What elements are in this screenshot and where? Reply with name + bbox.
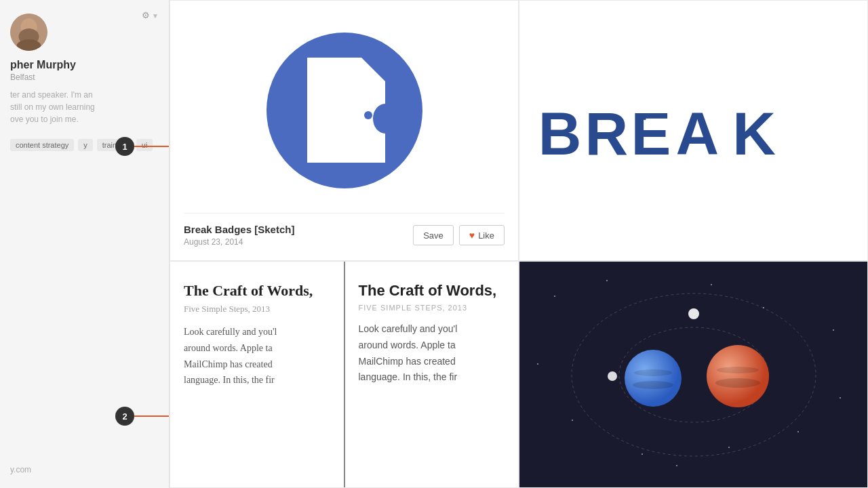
annotation-2-arrow (134, 415, 170, 417)
sidebar: ⚙ ▼ pher Murphy Belfast ter and speaker.… (0, 0, 170, 488)
svg-point-18 (715, 378, 760, 388)
craft-body-sans: Look carefully and you'laround words. Ap… (359, 321, 505, 386)
gear-icon: ⚙ (142, 10, 150, 21)
craft-title-serif: The Craft of Words, (184, 282, 330, 300)
tag-list: content strategy y training ui (10, 139, 159, 151)
svg-text:B: B (538, 100, 586, 163)
badge-circle (267, 33, 422, 188)
svg-point-20 (688, 308, 699, 319)
heart-icon: ♥ (469, 230, 475, 241)
star (554, 296, 555, 297)
annotation-1-arrow (134, 146, 170, 147)
like-button[interactable]: ♥ Like (459, 225, 505, 245)
card-footer: Break Badges [Sketch] August 23, 2014 Sa… (184, 213, 505, 247)
space-background (519, 262, 867, 487)
star (606, 280, 608, 281)
user-location: Belfast (10, 73, 159, 82)
star (763, 307, 764, 308)
star (537, 363, 538, 365)
svg-text:E: E (631, 100, 675, 163)
card-break-badges: Break Badges [Sketch] August 23, 2014 Sa… (170, 0, 519, 261)
svg-point-15 (633, 381, 673, 389)
svg-point-14 (625, 350, 682, 407)
craft-sans-col: The Craft of Words, FIVE SIMPLE STEPS, 2… (345, 262, 519, 487)
svg-point-16 (634, 369, 672, 376)
card-actions: Save ♥ Like (413, 225, 505, 245)
annotation-2: 2 (115, 407, 134, 426)
main-content: Break Badges [Sketch] August 23, 2014 Sa… (170, 0, 868, 488)
star (840, 397, 841, 399)
user-bio: ter and speaker. I'm anstill on my own l… (10, 89, 159, 125)
craft-body-serif: Look carefully and you'laround words. Ap… (184, 324, 330, 388)
user-profile-header (10, 14, 159, 51)
annotation-1-label: 1 (122, 142, 127, 152)
card-break-typography: B R E A K (519, 0, 868, 261)
user-name: pher Murphy (10, 59, 159, 71)
star (833, 329, 834, 331)
card-space-planets (519, 261, 868, 488)
star (642, 453, 643, 455)
annotation-2-label: 2 (122, 411, 127, 422)
content-grid: Break Badges [Sketch] August 23, 2014 Sa… (170, 0, 868, 488)
svg-point-17 (707, 345, 769, 407)
save-button[interactable]: Save (413, 225, 454, 245)
user-email: y.com (10, 465, 31, 474)
svg-rect-9 (646, 119, 673, 129)
annotation-1: 1 (115, 137, 134, 156)
star (676, 465, 677, 466)
break-word: B R E A K (538, 98, 850, 163)
tag-item[interactable]: content strategy (10, 139, 74, 151)
svg-text:R: R (585, 100, 633, 163)
svg-point-21 (608, 371, 617, 381)
gear-dropdown-arrow: ▼ (152, 12, 159, 20)
gear-settings-button[interactable]: ⚙ ▼ (142, 10, 159, 21)
badge-image (184, 21, 505, 213)
card-craft-of-words: The Craft of Words, Five Simple Steps, 2… (170, 261, 519, 488)
svg-text:A: A (675, 100, 724, 163)
like-label: Like (478, 230, 494, 241)
svg-text:K: K (732, 100, 781, 163)
card-title: Break Badges [Sketch] (184, 224, 294, 235)
tag-item[interactable]: y (78, 139, 93, 151)
craft-sub-serif: Five Simple Steps, 2013 (184, 304, 330, 314)
svg-point-5 (364, 111, 372, 119)
avatar (10, 14, 47, 51)
craft-serif-col: The Craft of Words, Five Simple Steps, 2… (170, 262, 345, 487)
svg-point-19 (717, 367, 759, 373)
card-date: August 23, 2014 (184, 237, 294, 247)
tag-item[interactable]: ui (136, 139, 153, 151)
star (728, 447, 730, 448)
craft-sub-sans: FIVE SIMPLE STEPS, 2013 (359, 304, 505, 312)
craft-title-sans: The Craft of Words, (359, 282, 505, 300)
